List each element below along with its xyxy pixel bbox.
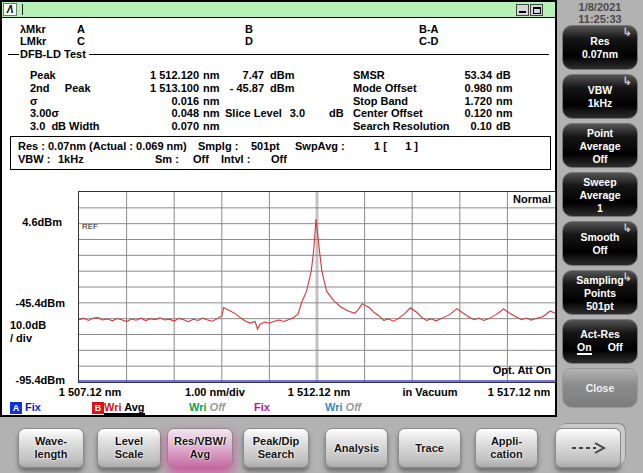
trace-c-state: Off — [210, 401, 226, 413]
trace-d-selector[interactable]: Fix — [254, 401, 270, 413]
maximize-button[interactable] — [530, 4, 543, 16]
softkey-value: 501pt — [586, 300, 613, 312]
text-cursor — [22, 4, 23, 15]
result-value2: - 45.87 — [212, 82, 264, 94]
trace-a-selector[interactable]: A Fix — [10, 401, 41, 414]
fkey-res-vbw-avg[interactable]: Res/VBW/ Avg — [167, 428, 233, 468]
softkey-sampling-points[interactable]: ↳ Sampling Points 501pt — [562, 270, 638, 315]
trace-b-selector[interactable]: BWri Avg — [92, 401, 145, 414]
softkey-act-res[interactable]: Act-Res On Off — [562, 319, 638, 364]
result-unit: nm — [496, 82, 513, 94]
slice-level-value: 3.0 — [280, 107, 305, 119]
trace-c-selector[interactable]: Wri Off — [189, 401, 225, 413]
softkey-label: Res — [590, 35, 609, 47]
result-unit: nm — [496, 107, 513, 119]
spectrum-plot: Normal REF Opt. Att On — [78, 191, 556, 383]
test-title: DFB-LD Test — [19, 48, 89, 60]
fkey-analysis[interactable]: Analysis — [325, 428, 388, 468]
fkey-label: Peak/Dip — [253, 435, 299, 448]
result-unit2: dBm — [270, 69, 294, 81]
result-value: 1 513.100 — [122, 82, 199, 94]
softkey-close[interactable]: Close — [562, 368, 638, 408]
x-axis-medium-label: in Vacuum — [380, 386, 480, 398]
optical-attenuator-annotation: Opt. Att On — [493, 364, 551, 376]
interval-label: Intvl : — [221, 153, 250, 165]
softkey-res[interactable]: ↳ Res 0.07nm — [562, 25, 638, 70]
x-axis-center-label: 1 512.12 nm — [269, 386, 369, 398]
trace-c-mode: Wri — [189, 401, 207, 413]
result-unit: dB — [496, 120, 511, 132]
minimize-button[interactable] — [516, 4, 529, 16]
section-rule: DFB-LD Test — [8, 48, 549, 60]
trace-e-selector[interactable]: Wri Off — [325, 401, 361, 413]
result-label: SMSR — [353, 69, 385, 81]
trace-b-submode: Avg — [124, 401, 144, 413]
result-label: σ — [30, 95, 38, 107]
date-display: 1/8/2021 — [557, 1, 643, 13]
softkey-point-average[interactable]: Point Average Off — [562, 123, 638, 168]
y-axis-mid-label: -45.4dBm — [2, 297, 65, 309]
marker-c-d: C-D — [419, 35, 439, 47]
fkey-label: Res/VBW/ — [174, 435, 226, 448]
softkey-label: Close — [586, 382, 615, 394]
result-value: 0.120 — [432, 107, 492, 119]
softkey-label: Act-Res — [580, 328, 620, 340]
y-axis-bottom-label: -95.4dBm — [2, 374, 65, 386]
fkey-label: length — [35, 448, 68, 461]
x-axis-div-label: 1.00 nm/div — [165, 386, 265, 398]
function-key-bar: Wave- length Level Scale Res/VBW/ Avg Pe… — [0, 417, 643, 473]
fkey-peak-dip-search[interactable]: Peak/Dip Search — [243, 428, 309, 468]
softkey-value: 0.07nm — [582, 48, 618, 60]
softkey-vbw[interactable]: ↳ VBW 1kHz — [562, 74, 638, 119]
fkey-level-scale[interactable]: Level Scale — [97, 428, 161, 468]
submenu-arrow-icon: ↳ — [623, 27, 632, 38]
trace-b-badge: B — [92, 402, 104, 414]
fkey-wavelength[interactable]: Wave- length — [18, 428, 84, 468]
fkey-trace[interactable]: Trace — [398, 428, 461, 468]
marker-b-a: B-A — [419, 23, 439, 35]
slice-level-label: Slice Level — [225, 107, 282, 119]
x-axis-end-label: 1 517.12 nm — [469, 386, 569, 398]
fkey-label: Level — [115, 435, 143, 448]
softkey-label: Average — [579, 189, 620, 201]
next-page-dashed-arrow-icon — [570, 442, 606, 454]
softkey-value: 1kHz — [588, 97, 613, 109]
result-value: 0.016 — [122, 95, 199, 107]
trace-mode-annotation: Normal — [513, 193, 551, 205]
level-marker-label: LMkr — [20, 35, 46, 47]
fkey-label: cation — [490, 448, 522, 461]
x-axis-start-label: 1 507.12 nm — [40, 386, 140, 398]
spectrum-trace-canvas — [79, 192, 555, 382]
trace-e-mode: Wri — [325, 401, 343, 413]
result-value: 0.048 — [122, 107, 199, 119]
marker-d: D — [245, 35, 253, 47]
fkey-label: Search — [258, 448, 295, 461]
submenu-arrow-icon: ↳ — [623, 223, 632, 234]
softkey-label: Sampling — [576, 274, 623, 286]
fkey-label: Appli- — [491, 435, 522, 448]
fkey-application[interactable]: Appli- cation — [475, 428, 538, 468]
trace-e-state: Off — [346, 401, 362, 413]
result-label: Mode Offset — [353, 82, 417, 94]
marker-a: A — [77, 23, 85, 35]
softkey-value: Off — [592, 244, 607, 256]
sampling-value: 501pt — [251, 140, 280, 152]
ref-level-annotation: REF — [82, 222, 98, 231]
res-value: 0.07nm (Actual : 0.069 nm) — [48, 140, 187, 152]
softkey-sweep-average[interactable]: Sweep Average 1 — [562, 172, 638, 217]
fkey-label: Trace — [415, 442, 444, 455]
result-value: 0.070 — [122, 120, 199, 132]
time-display: 11:25:33 — [557, 13, 643, 25]
softkey-label: VBW — [588, 84, 613, 96]
titlebar[interactable]: Λ — [2, 2, 555, 18]
vbw-value: 1kHz — [58, 153, 84, 165]
sweep-settings-box: Res : 0.07nm (Actual : 0.069 nm) Smplg :… — [10, 136, 551, 170]
res-label: Res : — [18, 140, 45, 152]
result-unit: nm — [496, 95, 513, 107]
act-res-on-option: On — [577, 341, 592, 355]
fkey-next-menu[interactable] — [555, 428, 621, 468]
trace-a-badge: A — [10, 402, 22, 414]
result-value2: 7.47 — [212, 69, 264, 81]
result-unit: nm — [203, 120, 220, 132]
softkey-smooth[interactable]: ↳ Smooth Off — [562, 221, 638, 266]
